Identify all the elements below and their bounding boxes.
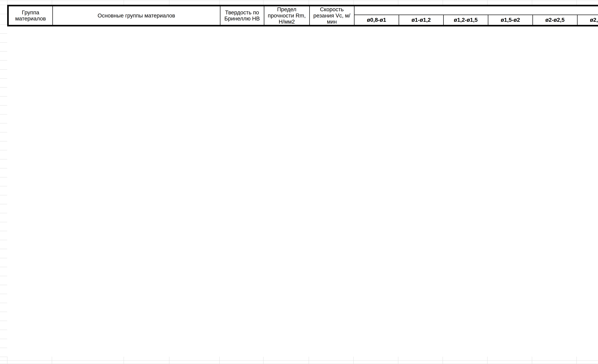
gridline [0,276,7,276]
header-feed-diameter[interactable]: ø2,5-ø4 [577,15,598,25]
gridline [0,87,7,88]
gridline [0,285,7,285]
gridline [0,5,7,5]
gridline [0,258,7,258]
header-feed-diameter[interactable]: ø1,5-ø2 [488,15,533,25]
header-brinell-hardness[interactable]: Твердость по Бринеллю HB [220,6,264,26]
header-feed[interactable]: Подача Fn, мм/об [354,6,598,15]
gridline [0,1,598,1]
gridline [0,78,7,79]
gridline [7,357,8,364]
header-feed-diameter[interactable]: ø1,2-ø1,5 [443,15,488,25]
gridline [487,357,488,364]
gridline [309,357,309,364]
gridline [0,249,7,249]
gridline [0,303,7,303]
gridline [0,96,7,97]
gridline [0,361,598,361]
gridline [0,51,7,51]
header-main-material-groups[interactable]: Основные группы материалов [53,6,220,26]
header-feed-diameter[interactable]: ø0,8-ø1 [354,15,399,25]
gridline [0,141,7,141]
gridline [0,177,7,177]
gridline [0,294,7,294]
gridline [353,357,354,364]
gridline [398,357,398,364]
gridline [263,357,264,364]
gridline [219,357,220,364]
gridline [0,105,7,106]
gridline [0,348,7,348]
gridline [0,204,7,204]
gridline [0,123,7,124]
gridline [0,321,7,321]
gridline [0,186,7,186]
gridline [124,357,124,364]
gridline [0,168,7,168]
gridline [0,14,7,14]
gridline [0,195,7,195]
gridline [169,357,169,364]
header-feed-diameter[interactable]: ø2-ø2,5 [533,15,577,25]
gridline [52,357,52,364]
gridline [0,69,7,70]
gridline [0,42,7,42]
header-material-group[interactable]: Группа материалов [8,6,53,26]
gridline [0,33,7,33]
header-cutting-speed[interactable]: Скорость резания Vc, м/мин [309,6,354,26]
gridline [0,231,7,231]
gridline [0,222,7,222]
gridline [0,150,7,150]
gridline [532,357,532,364]
gridline [0,357,7,357]
gridline [0,60,7,60]
gridline [0,213,7,213]
gridline [0,267,7,267]
gridline [0,114,7,115]
gridline [0,330,7,330]
spreadsheet-page: { "headers": { "group": "Группа материал… [0,0,598,364]
gridline [0,159,7,159]
gridline [0,364,598,364]
gridline [0,312,7,312]
excel-gridlines [0,0,598,364]
header-feed-diameter[interactable]: ø1-ø1,2 [399,15,443,25]
table-header: Группа материалов Основные группы матери… [8,6,598,26]
gridline [443,357,443,364]
gridline [0,25,7,25]
gridline [576,357,577,364]
machining-feed-table[interactable]: Группа материалов Основные группы матери… [7,5,598,26]
gridline [0,339,7,339]
header-tensile-strength[interactable]: Предел прочности Rm, Н/мм2 [264,6,309,26]
